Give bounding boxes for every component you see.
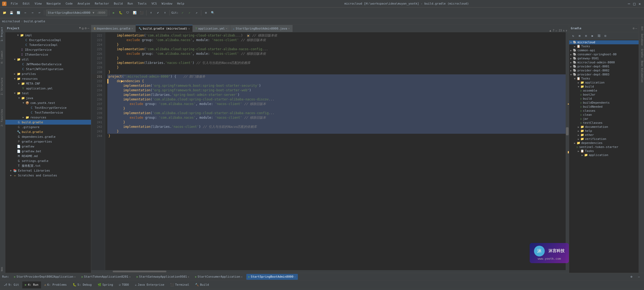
- tree-item-gradlew[interactable]: 📄 gradlew: [5, 144, 91, 149]
- menu-view[interactable]: View: [32, 1, 44, 6]
- tree-item-com-yootk-test[interactable]: ▼ 📦 com.yootk.test: [5, 100, 91, 105]
- gradle-tree-item-verification[interactable]: ▶ 📁 verification: [569, 137, 639, 141]
- gradle-tree-item-application-sub[interactable]: ▶ 📁 application: [569, 153, 639, 157]
- window-controls[interactable]: ─ □ ✕: [627, 2, 642, 6]
- gradle-tree-item-help[interactable]: ▶ 📁 help: [569, 129, 639, 133]
- gradle-link-button[interactable]: ⛓: [596, 33, 602, 39]
- menu-file[interactable]: File: [9, 1, 20, 6]
- tab-close-active-button[interactable]: ✕: [188, 27, 190, 30]
- menu-navigate[interactable]: Navigate: [45, 1, 63, 6]
- gradle-tree-item-provider-8001[interactable]: ▶ 🐘 provider-dept-8001: [569, 64, 639, 68]
- menu-tools[interactable]: Tools: [136, 1, 149, 6]
- menu-bar[interactable]: File Edit View Navigate Code Analyze Ref…: [9, 1, 186, 6]
- git-check-button[interactable]: ✓: [180, 10, 185, 16]
- gradle-collapse-button[interactable]: ⊟: [583, 33, 589, 39]
- menu-refactor[interactable]: Refactor: [93, 1, 111, 6]
- git-action-button[interactable]: ✓: [186, 10, 192, 16]
- breadcrumb-file[interactable]: build.gradle: [24, 20, 45, 23]
- gradle-tree-item-assemble[interactable]: ▷ assemble: [569, 89, 639, 93]
- tree-item-scratches[interactable]: ▶ ✏ Scratches and Consoles: [5, 173, 91, 178]
- tree-item-resources-test[interactable]: ▶ 📁 resources: [5, 115, 91, 120]
- gradle-tree-item-documentation[interactable]: ▶ 📁 documentation: [569, 125, 639, 129]
- run-button[interactable]: ▶: [111, 10, 117, 16]
- menu-build[interactable]: Build: [112, 1, 125, 6]
- tree-item-settings-gradle[interactable]: G settings.gradle: [5, 158, 91, 163]
- tree-item-gitignore[interactable]: G .gitignore: [5, 125, 91, 129]
- tree-item-util[interactable]: ▼ 📁 util: [5, 57, 91, 62]
- gradle-tree-item-clean[interactable]: ▷ clean: [569, 113, 639, 117]
- menu-code[interactable]: Code: [63, 1, 75, 6]
- bottom-tab-terminal[interactable]: ⬛ Terminal: [167, 281, 192, 288]
- tab-close-button[interactable]: ✕: [131, 27, 133, 30]
- gradle-tree-item-other[interactable]: ▶ 📁 other: [569, 133, 639, 137]
- tab-start-springboot[interactable]: ☕ StartSpringBootAdmin8000.java ✕: [230, 25, 293, 32]
- strip-web[interactable]: Web: [0, 265, 5, 273]
- strip-structure[interactable]: Z: Structure: [0, 76, 5, 97]
- menu-edit[interactable]: Edit: [21, 1, 32, 6]
- forward-button[interactable]: →: [30, 10, 35, 16]
- save-button[interactable]: 💾: [9, 10, 14, 16]
- gradle-settings-icon[interactable]: ⚙: [633, 27, 635, 30]
- nav-down-button[interactable]: ∨: [566, 29, 567, 32]
- tree-item-dependencies-gradle[interactable]: G dependencies.gradle: [5, 134, 91, 139]
- tree-item-testencryptservice[interactable]: C TestEncryptService: [5, 105, 91, 110]
- tree-item-encryptserviceimpl[interactable]: C EncryptServiceImpl: [5, 38, 91, 42]
- minimize-button[interactable]: ─: [627, 2, 631, 6]
- gradle-tree-item-microcloud[interactable]: ▼ 🐘 microcloud: [569, 40, 639, 44]
- tree-item-gradlew-bat[interactable]: 📄 gradlew.bat: [5, 149, 91, 154]
- stop-button[interactable]: ⬛: [139, 10, 145, 16]
- tab-dependencies-gradle[interactable]: G dependencies.gradle ✕: [91, 25, 136, 32]
- menu-window[interactable]: Window: [159, 1, 174, 6]
- tree-item-itokenservice[interactable]: I ITokenService: [5, 52, 91, 57]
- scroll-thumb[interactable]: [566, 127, 569, 135]
- bottom-tab-run[interactable]: ▶ 4: Run: [22, 281, 41, 288]
- run-with-coverage-button[interactable]: 🛡: [125, 10, 131, 16]
- tab-close-java-button[interactable]: ✕: [288, 27, 290, 30]
- bottom-tab-java-enterprise[interactable]: ☕ Java Enterprise: [132, 281, 167, 288]
- profile-button[interactable]: 📊: [132, 10, 138, 16]
- bottom-tab-todo[interactable]: ☑ TODO: [116, 281, 131, 288]
- gradle-tree-item-builddependents[interactable]: ▷ buildDependents: [569, 101, 639, 105]
- gradle-tree-item-bootjar[interactable]: ▷ bootJar: [569, 93, 639, 97]
- gradle-minimize-icon[interactable]: —: [635, 27, 637, 30]
- gradle-tree-item-application[interactable]: ▶ 📁 application: [569, 81, 639, 85]
- gradle-tree-item-classes[interactable]: ▷ classes: [569, 109, 639, 113]
- panel-collapse-icon[interactable]: ⊙: [82, 26, 84, 31]
- breadcrumb-microcloud[interactable]: microcloud: [2, 20, 20, 23]
- undo-button[interactable]: ↩: [36, 10, 42, 16]
- gradle-tree-item-build-folder[interactable]: ▼ 📁 build: [569, 85, 639, 89]
- tree-item-readme[interactable]: M README.md: [5, 154, 91, 158]
- strip-gradle-side[interactable]: Gradle: [639, 47, 644, 59]
- bottom-tab-problems[interactable]: ⚠ 6: Problems: [42, 281, 69, 288]
- tree-item-test[interactable]: ▼ 📁 test: [5, 91, 91, 96]
- gradle-tree-item-provider-8003[interactable]: ▼ 🐘 provider-dept-8003: [569, 73, 639, 77]
- panel-gear-icon[interactable]: ⚙: [85, 26, 87, 31]
- gradle-tree-item-jar[interactable]: ▷ jar: [569, 117, 639, 121]
- run-tab-token-8201[interactable]: ▶ StartTokenApplication8201 ✕: [79, 274, 133, 280]
- run-tab-close[interactable]: ✕: [74, 276, 75, 278]
- menu-run[interactable]: Run: [125, 1, 135, 6]
- tree-item-external-libraries[interactable]: ▶ 📚 External Libraries: [5, 168, 91, 173]
- tree-item-build-gradle[interactable]: G build.gradle: [5, 120, 91, 125]
- debug-button[interactable]: 🐛: [118, 10, 124, 16]
- run-tab-consumer[interactable]: ▶ StartConsumerApplication ✕: [193, 274, 244, 280]
- tree-item-java-test[interactable]: ▼ 📁 java: [5, 96, 91, 100]
- horizontal-scroll-thumb[interactable]: [113, 271, 166, 272]
- strip-database[interactable]: Database: [639, 32, 644, 47]
- git-push-button[interactable]: ⬆: [162, 10, 168, 16]
- strip-favorites[interactable]: 2: Favorites: [0, 107, 5, 128]
- tree-item-impl[interactable]: ▼ 📁 impl: [5, 33, 91, 38]
- strip-commit[interactable]: 0: Commit: [0, 49, 5, 65]
- tab-build-gradle[interactable]: 🔧 build.gradle (microcloud) ✕: [136, 25, 193, 32]
- close-button[interactable]: ✕: [638, 2, 642, 6]
- menu-analyze[interactable]: Analyze: [75, 1, 92, 6]
- tree-item-build-gradle-2[interactable]: 🔧 build.gradle: [5, 129, 91, 134]
- gradle-tree-item-build-task[interactable]: ▷ build: [569, 97, 639, 101]
- tab-application-yml[interactable]: Y application.yml ✕: [193, 25, 230, 32]
- horizontal-scrollbar[interactable]: [91, 270, 569, 273]
- tab-close-yml-button[interactable]: ✕: [226, 27, 227, 30]
- bottom-tab-spring[interactable]: 🌿 Spring: [95, 281, 116, 288]
- gradle-tree-item-admin-8000[interactable]: ▶ 🐘 microcloud-admin-8000: [569, 60, 639, 64]
- tree-item-testtokenservice[interactable]: C TestTokenService: [5, 110, 91, 115]
- tree-item-application-yml[interactable]: Y application.yml: [5, 86, 91, 91]
